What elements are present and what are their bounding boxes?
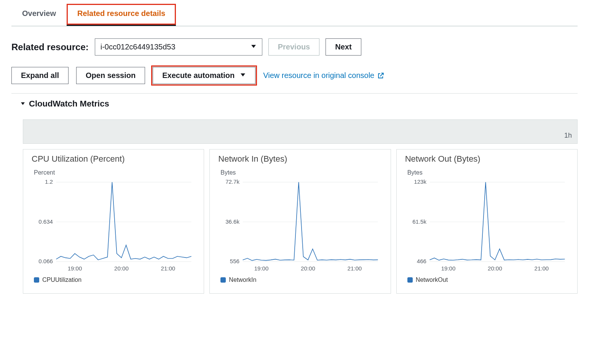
execute-automation-highlight: Execute automation bbox=[153, 67, 255, 84]
cloudwatch-metrics-section: CloudWatch Metrics 1h CPU Utilization (P… bbox=[11, 93, 578, 294]
chart-network-in: Network In (Bytes) Bytes 55636.6k72.7k19… bbox=[209, 149, 391, 294]
legend-swatch-icon bbox=[34, 277, 39, 283]
collapse-triangle-icon bbox=[21, 101, 25, 107]
svg-text:61.5k: 61.5k bbox=[412, 218, 426, 225]
chart-svg: 46661.5k123k19:0020:0021:00 bbox=[405, 178, 569, 273]
resource-select-value: i-0cc012c6449135d53 bbox=[101, 43, 176, 51]
chart-title: Network In (Bytes) bbox=[218, 154, 382, 164]
tab-bar: Overview Related resource details bbox=[11, 4, 578, 26]
svg-text:21:00: 21:00 bbox=[161, 265, 176, 272]
related-resource-label: Related resource: bbox=[11, 42, 89, 52]
chart-legend: NetworkIn bbox=[218, 277, 382, 283]
svg-text:72.7k: 72.7k bbox=[225, 178, 239, 185]
related-resource-row: Related resource: i-0cc012c6449135d53 Pr… bbox=[11, 38, 578, 56]
svg-text:36.6k: 36.6k bbox=[225, 218, 239, 225]
view-resource-original-console-label: View resource in original console bbox=[263, 71, 374, 80]
svg-text:19:00: 19:00 bbox=[441, 265, 455, 272]
legend-swatch-icon bbox=[407, 277, 413, 283]
time-range-1h[interactable]: 1h bbox=[564, 132, 572, 140]
svg-text:0.066: 0.066 bbox=[38, 258, 53, 264]
metrics-toolbar: 1h bbox=[23, 119, 578, 144]
cloudwatch-metrics-title: CloudWatch Metrics bbox=[29, 99, 109, 109]
cloudwatch-metrics-header[interactable]: CloudWatch Metrics bbox=[21, 99, 578, 109]
chart-ylabel: Bytes bbox=[405, 169, 569, 176]
tab-related-resource-details[interactable]: Related resource details bbox=[67, 4, 176, 26]
chart-svg: 55636.6k72.7k19:0020:0021:00 bbox=[218, 178, 382, 273]
chart-svg: 0.0660.6341.219:0020:0021:00 bbox=[32, 178, 195, 273]
svg-text:0.634: 0.634 bbox=[38, 218, 53, 225]
svg-text:19:00: 19:00 bbox=[254, 265, 269, 272]
svg-text:556: 556 bbox=[230, 258, 239, 264]
svg-text:19:00: 19:00 bbox=[68, 265, 82, 272]
chart-title: CPU Utilization (Percent) bbox=[32, 154, 195, 164]
resource-select[interactable]: i-0cc012c6449135d53 bbox=[95, 38, 262, 56]
charts-row: CPU Utilization (Percent) Percent 0.0660… bbox=[23, 149, 578, 294]
legend-label: NetworkIn bbox=[229, 277, 256, 283]
next-button[interactable]: Next bbox=[326, 38, 361, 56]
execute-automation-label: Execute automation bbox=[162, 71, 235, 80]
tab-overview[interactable]: Overview bbox=[11, 4, 67, 26]
legend-label: NetworkOut bbox=[416, 277, 448, 283]
svg-text:20:00: 20:00 bbox=[488, 265, 502, 272]
chart-cpu-utilization: CPU Utilization (Percent) Percent 0.0660… bbox=[23, 149, 204, 294]
svg-text:20:00: 20:00 bbox=[114, 265, 129, 272]
expand-all-button[interactable]: Expand all bbox=[11, 67, 69, 84]
open-session-button[interactable]: Open session bbox=[76, 67, 145, 84]
chart-title: Network Out (Bytes) bbox=[405, 154, 569, 164]
actions-row: Expand all Open session Execute automati… bbox=[11, 67, 578, 84]
chart-legend: NetworkOut bbox=[405, 277, 569, 283]
execute-automation-button[interactable]: Execute automation bbox=[153, 67, 255, 84]
svg-text:20:00: 20:00 bbox=[301, 265, 315, 272]
caret-down-icon bbox=[251, 43, 257, 51]
caret-down-icon bbox=[240, 71, 246, 80]
svg-text:1.2: 1.2 bbox=[45, 178, 53, 185]
previous-button: Previous bbox=[268, 38, 319, 56]
chart-legend: CPUUtilization bbox=[32, 277, 195, 283]
legend-label: CPUUtilization bbox=[42, 277, 81, 283]
svg-text:466: 466 bbox=[417, 258, 426, 264]
chart-network-out: Network Out (Bytes) Bytes 46661.5k123k19… bbox=[396, 149, 578, 294]
svg-text:123k: 123k bbox=[414, 178, 426, 185]
view-resource-original-console-link[interactable]: View resource in original console bbox=[263, 71, 384, 80]
external-link-icon bbox=[377, 72, 384, 79]
svg-text:21:00: 21:00 bbox=[348, 265, 362, 272]
chart-ylabel: Bytes bbox=[218, 169, 382, 176]
svg-text:21:00: 21:00 bbox=[534, 265, 549, 272]
chart-ylabel: Percent bbox=[32, 169, 195, 176]
legend-swatch-icon bbox=[220, 277, 226, 283]
